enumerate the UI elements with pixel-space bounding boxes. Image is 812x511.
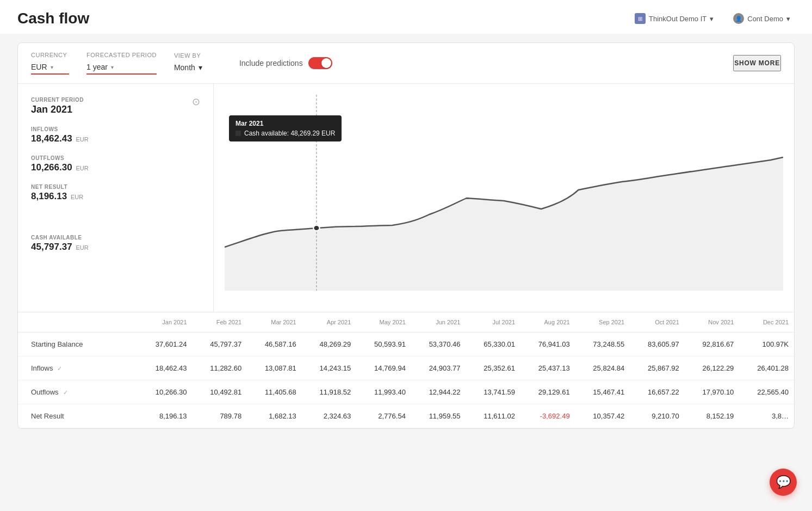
table-col-jul2021: Jul 2021 <box>466 312 520 333</box>
table-cell-value: 2,776.54 <box>356 404 411 428</box>
table-row: Outflows✓10,266.3010,492.8111,405.6811,9… <box>18 380 794 404</box>
currency-value: EUR <box>31 63 47 71</box>
table-col-jun2021: Jun 2021 <box>411 312 466 333</box>
table-col-dec2021: Dec 2021 <box>739 312 794 333</box>
table-cell-value: 14,243.15 <box>302 356 357 380</box>
forecasted-value: 1 year <box>86 63 108 71</box>
table-cell-value: 83,605.97 <box>630 333 685 356</box>
table-cell-value: 13,741.59 <box>466 380 520 404</box>
viewby-value: Month <box>174 63 195 72</box>
net-result-value: 8,196.13 EUR <box>31 191 200 202</box>
inflows-label: INFLOWS <box>31 126 200 132</box>
predictions-toggle[interactable] <box>308 57 332 69</box>
viewby-filter: View by Month ▾ <box>174 52 218 74</box>
table-cell-label: Starting Balance <box>18 333 138 356</box>
top-bar: Cash flow ⊞ ThinkOut Demo IT ▾ 👤 Cont De… <box>0 0 812 34</box>
table-cell-value: 25,437.13 <box>520 356 575 380</box>
cash-flow-table: Jan 2021 Feb 2021 Mar 2021 Apr 2021 May … <box>18 312 794 428</box>
cash-available-label: CASH AVAILABLE <box>31 235 200 241</box>
currency-label: Currency <box>31 52 69 58</box>
expand-icon[interactable]: ✓ <box>57 365 62 372</box>
current-period-section: CURRENT PERIOD Jan 2021 ⊙ <box>31 97 200 115</box>
table-cell-value: 29,129.61 <box>520 380 575 404</box>
outflows-value: 10,266.30 EUR <box>31 162 200 173</box>
table-cell-value: 53,370.46 <box>411 333 466 356</box>
table-cell-value: 46,587.16 <box>247 333 302 356</box>
currency-filter: Currency EUR ▾ <box>31 52 69 75</box>
outflows-group: OUTFLOWS 10,266.30 EUR <box>31 155 200 173</box>
table-cell-value: 11,405.68 <box>247 380 302 404</box>
viewby-chevron-icon: ▾ <box>199 63 202 72</box>
table-cell-value: 25,352.61 <box>466 356 520 380</box>
forecasted-chevron-icon: ▾ <box>111 64 114 70</box>
user-button[interactable]: 👤 Cont Demo ▾ <box>729 11 795 26</box>
forecasted-label: Forecasted period <box>86 52 157 58</box>
net-result-group: NET RESULT 8,196.13 EUR <box>31 184 200 202</box>
table-cell-value: 8,152.19 <box>685 404 740 428</box>
table-col-oct2021: Oct 2021 <box>630 312 685 333</box>
table-cell-value: 9,210.70 <box>630 404 685 428</box>
user-chevron-icon: ▾ <box>786 15 790 23</box>
tooltip-label: Cash available: 48,269.29 EUR <box>244 130 335 137</box>
table-cell-value: 17,970.10 <box>685 380 740 404</box>
table-cell-value: 76,941.03 <box>520 333 575 356</box>
forecasted-select[interactable]: 1 year ▾ <box>86 60 157 75</box>
table-col-may2021: May 2021 <box>356 312 411 333</box>
table-cell-value: 45,797.37 <box>193 333 247 356</box>
org-chevron-icon: ▾ <box>710 15 714 23</box>
table-cell-value: 10,492.81 <box>193 380 247 404</box>
cash-available-value: 45,797.37 EUR <box>31 242 200 253</box>
toggle-track <box>308 57 332 69</box>
chart-sidebar: CURRENT PERIOD Jan 2021 ⊙ INFLOWS 18,462… <box>18 84 214 312</box>
table-cell-value: 26,401.28 <box>739 356 794 380</box>
table-cell-label: Inflows✓ <box>18 356 138 380</box>
table-section: Jan 2021 Feb 2021 Mar 2021 Apr 2021 May … <box>18 312 794 428</box>
predictions-toggle-group: Include predictions <box>239 57 332 69</box>
table-cell-value: 11,611.02 <box>466 404 520 428</box>
forecasted-filter: Forecasted period 1 year ▾ <box>86 52 157 75</box>
user-icon: 👤 <box>733 13 744 24</box>
table-col-sep2021: Sep 2021 <box>575 312 630 333</box>
table-cell-value: 14,769.94 <box>356 356 411 380</box>
table-cell-value: 24,903.77 <box>411 356 466 380</box>
table-cell-value: 789.78 <box>193 404 247 428</box>
tooltip-title: Mar 2021 <box>235 120 335 127</box>
currency-select[interactable]: EUR ▾ <box>31 60 69 75</box>
focus-icon[interactable]: ⊙ <box>192 96 200 108</box>
table-header: Jan 2021 Feb 2021 Mar 2021 Apr 2021 May … <box>18 312 794 333</box>
table-cell-value: 50,593.91 <box>356 333 411 356</box>
table-cell-value: 12,944.22 <box>411 380 466 404</box>
table-cell-label: Outflows✓ <box>18 380 138 404</box>
table-cell-value: 10,357.42 <box>575 404 630 428</box>
table-cell-value: 25,867.92 <box>630 356 685 380</box>
table-cell-value: 1,682.13 <box>247 404 302 428</box>
svg-point-2 <box>313 225 319 231</box>
table-col-mar2021: Mar 2021 <box>247 312 302 333</box>
table-cell-value: 11,918.52 <box>302 380 357 404</box>
tooltip-dot-icon <box>235 131 241 136</box>
tooltip-row: Cash available: 48,269.29 EUR <box>235 130 335 137</box>
table-col-nov2021: Nov 2021 <box>685 312 740 333</box>
table-body: Starting Balance37,601.2445,797.3746,587… <box>18 333 794 428</box>
table-col-feb2021: Feb 2021 <box>193 312 247 333</box>
inflows-group: INFLOWS 18,462.43 EUR <box>31 126 200 144</box>
table-cell-value: -3,692.49 <box>520 404 575 428</box>
expand-icon[interactable]: ✓ <box>63 389 68 396</box>
table-cell-value: 25,824.84 <box>575 356 630 380</box>
cash-available-group: CASH AVAILABLE 45,797.37 EUR <box>31 235 200 253</box>
filters-bar: Currency EUR ▾ Forecasted period 1 year … <box>18 43 794 84</box>
table-col-aug2021: Aug 2021 <box>520 312 575 333</box>
table-cell-value: 48,269.29 <box>302 333 357 356</box>
table-cell-value: 100.97K <box>739 333 794 356</box>
table-cell-value: 11,282.60 <box>193 356 247 380</box>
table-cell-value: 26,122.29 <box>685 356 740 380</box>
currency-chevron-icon: ▾ <box>51 64 53 70</box>
table-cell-value: 10,266.30 <box>138 380 193 404</box>
table-cell-value: 3,8… <box>739 404 794 428</box>
viewby-select[interactable]: Month ▾ <box>174 61 218 74</box>
outflows-label: OUTFLOWS <box>31 155 200 161</box>
org-button[interactable]: ⊞ ThinkOut Demo IT ▾ <box>630 11 718 26</box>
table-cell-value: 65,330.01 <box>466 333 520 356</box>
page-title: Cash flow <box>17 10 89 27</box>
show-more-button[interactable]: SHOW MORE <box>733 55 781 71</box>
